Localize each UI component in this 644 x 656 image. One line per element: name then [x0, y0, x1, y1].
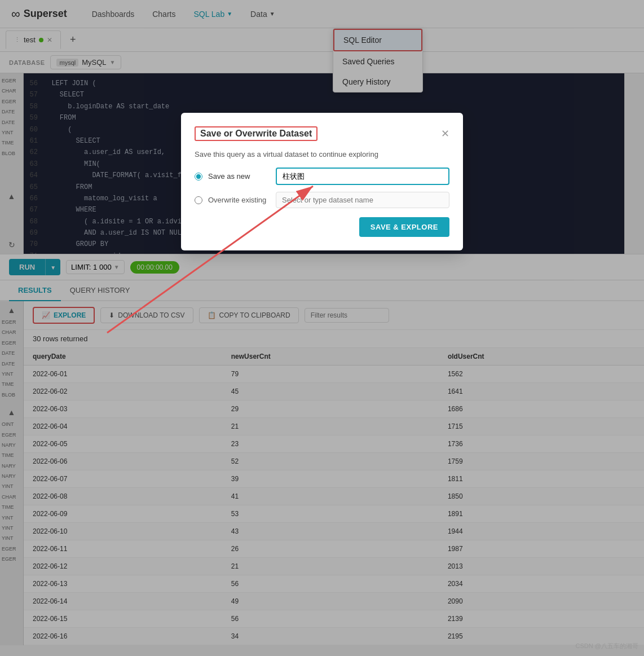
modal-footer: SAVE & EXPLORE [195, 217, 449, 237]
save-explore-button[interactable]: SAVE & EXPLORE [359, 217, 449, 237]
overwrite-radio[interactable] [195, 196, 202, 204]
overwrite-label: Overwrite existing [208, 196, 270, 204]
modal: Save or Overwrite Dataset ✕ Save this qu… [181, 113, 463, 250]
modal-save-as-new-option: Save as new [195, 168, 449, 185]
modal-header: Save or Overwrite Dataset ✕ [195, 126, 449, 141]
modal-title: Save or Overwrite Dataset [195, 126, 317, 141]
save-as-new-radio[interactable] [195, 173, 202, 180]
overwrite-input[interactable] [276, 192, 449, 208]
modal-close-button[interactable]: ✕ [441, 129, 449, 139]
modal-overwrite-option: Overwrite existing [195, 192, 449, 208]
modal-overlay: Save or Overwrite Dataset ✕ Save this qu… [0, 0, 644, 656]
modal-description: Save this query as a virtual dataset to … [195, 150, 449, 159]
save-as-new-input[interactable] [276, 168, 449, 185]
save-as-new-label: Save as new [208, 172, 270, 180]
watermark: CSDN @八五车的湘哥 [576, 642, 638, 650]
